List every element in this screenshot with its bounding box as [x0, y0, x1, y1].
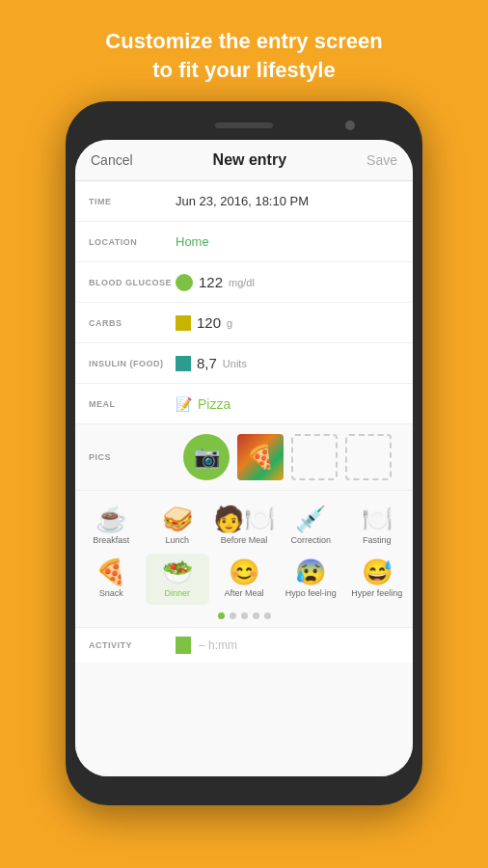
correction-label: Correction: [290, 535, 331, 546]
insulin-row: INSULIN (FOOD) 8,7 Units: [75, 343, 413, 384]
dot-4[interactable]: [253, 612, 259, 619]
meal-value-group: 📝 Pizza: [176, 396, 230, 412]
carbs-number[interactable]: 120: [197, 314, 221, 331]
before-meal-label: Before Meal: [221, 535, 268, 546]
insulin-unit: Units: [223, 358, 247, 369]
correction-icon: 💉: [295, 506, 326, 531]
empty-photo-slot-2[interactable]: [345, 434, 392, 480]
dot-3[interactable]: [241, 612, 248, 619]
glucose-unit: mg/dl: [229, 277, 255, 288]
top-bar: Cancel New entry Save: [75, 140, 413, 181]
activity-color-indicator: [176, 637, 191, 654]
form-area: TIME Jun 23, 2016, 18:10 PM LOCATION Hom…: [75, 181, 413, 424]
camera-icon: 📷: [194, 445, 220, 470]
glucose-label: BLOOD GLUCOSE: [89, 278, 176, 287]
location-value[interactable]: Home: [176, 234, 209, 249]
insulin-indicator: [176, 356, 191, 371]
category-lunch[interactable]: 🥪 Lunch: [146, 501, 210, 552]
time-value[interactable]: Jun 23, 2016, 18:10 PM: [176, 194, 309, 208]
before-meal-icon: 🧑‍🍽️: [213, 506, 275, 531]
header-text: Customize the entry screen to fit your l…: [86, 0, 401, 101]
snack-label: Snack: [99, 588, 123, 599]
empty-photo-slot-1[interactable]: [291, 434, 338, 480]
glucose-indicator: [176, 274, 193, 291]
hypo-label: Hypo feel-ing: [285, 588, 337, 599]
time-label: TIME: [89, 197, 176, 206]
meal-name[interactable]: Pizza: [198, 396, 230, 412]
breakfast-label: Breakfast: [93, 535, 129, 546]
location-label: LOCATION: [89, 237, 176, 247]
pics-row: PICS 📷 🍕: [75, 424, 413, 491]
category-after-meal[interactable]: 😊 After Meal: [211, 554, 277, 605]
fasting-label: Fasting: [363, 535, 392, 546]
activity-row: ACTIVITY – h:mm: [75, 627, 413, 663]
time-row: TIME Jun 23, 2016, 18:10 PM: [75, 181, 413, 222]
pics-label: PICS: [89, 452, 176, 462]
after-meal-icon: 😊: [229, 559, 259, 584]
fasting-icon: 🍽️: [362, 506, 393, 531]
category-hyper[interactable]: 😅 Hyper feeling: [345, 554, 410, 605]
glucose-value-group: 122 mg/dl: [176, 274, 255, 291]
insulin-number[interactable]: 8,7: [197, 355, 217, 371]
carbs-label: CARBS: [89, 318, 176, 328]
insulin-label: INSULIN (FOOD): [89, 359, 176, 368]
header-line2: to fit your lifestyle: [152, 58, 335, 82]
meal-label: MEAL: [89, 399, 176, 409]
screen-title: New entry: [213, 151, 286, 169]
location-row: LOCATION Home: [75, 222, 413, 262]
camera-button[interactable]: 📷: [183, 434, 230, 480]
activity-placeholder[interactable]: – h:mm: [199, 638, 237, 652]
phone-frame: Cancel New entry Save TIME Jun 23, 2016,…: [66, 101, 422, 805]
carbs-unit: g: [227, 317, 232, 329]
dinner-label: Dinner: [164, 588, 190, 599]
header-line1: Customize the entry screen: [105, 29, 382, 53]
dinner-icon: 🥗: [162, 559, 193, 584]
hypo-icon: 😰: [295, 559, 326, 584]
dot-1[interactable]: [218, 612, 225, 619]
dot-5[interactable]: [264, 612, 271, 619]
phone-speaker: [215, 122, 273, 128]
category-dinner[interactable]: 🥗 Dinner: [146, 554, 210, 605]
glucose-number[interactable]: 122: [199, 274, 223, 290]
page-dots: [75, 609, 413, 627]
carbs-row: CARBS 120 g: [75, 303, 413, 343]
breakfast-icon: ☕: [95, 506, 126, 531]
hyper-label: Hyper feeling: [351, 588, 402, 599]
activity-label: ACTIVITY: [89, 640, 176, 650]
insulin-value-group: 8,7 Units: [176, 355, 247, 371]
category-breakfast[interactable]: ☕ Breakfast: [79, 501, 144, 552]
glucose-row: BLOOD GLUCOSE 122 mg/dl: [75, 262, 413, 303]
category-grid-row1: ☕ Breakfast 🥪 Lunch 🧑‍🍽️ Before Meal 💉 C…: [75, 491, 413, 609]
activity-section: ACTIVITY – h:mm: [75, 627, 413, 663]
meal-row: MEAL 📝 Pizza: [75, 384, 413, 424]
meal-edit-icon: 📝: [176, 396, 192, 412]
cancel-button[interactable]: Cancel: [91, 152, 133, 168]
pizza-thumbnail[interactable]: 🍕: [237, 434, 284, 480]
category-before-meal[interactable]: 🧑‍🍽️ Before Meal: [211, 501, 277, 552]
category-snack[interactable]: 🍕 Snack: [79, 554, 144, 605]
category-correction[interactable]: 💉 Correction: [279, 501, 343, 552]
phone-screen: Cancel New entry Save TIME Jun 23, 2016,…: [75, 140, 413, 776]
category-fasting[interactable]: 🍽️ Fasting: [345, 501, 410, 552]
snack-icon: 🍕: [95, 559, 126, 584]
lunch-icon: 🥪: [162, 506, 193, 531]
after-meal-label: After Meal: [224, 588, 263, 599]
lunch-label: Lunch: [165, 535, 189, 546]
category-hypo[interactable]: 😰 Hypo feel-ing: [279, 554, 343, 605]
carbs-value-group: 120 g: [176, 314, 232, 331]
phone-camera: [345, 121, 355, 130]
save-button[interactable]: Save: [366, 152, 397, 168]
carbs-indicator: [176, 315, 191, 331]
dot-2[interactable]: [230, 612, 236, 619]
hyper-icon: 😅: [362, 559, 393, 584]
category-section: ☕ Breakfast 🥪 Lunch 🧑‍🍽️ Before Meal 💉 C…: [75, 491, 413, 776]
